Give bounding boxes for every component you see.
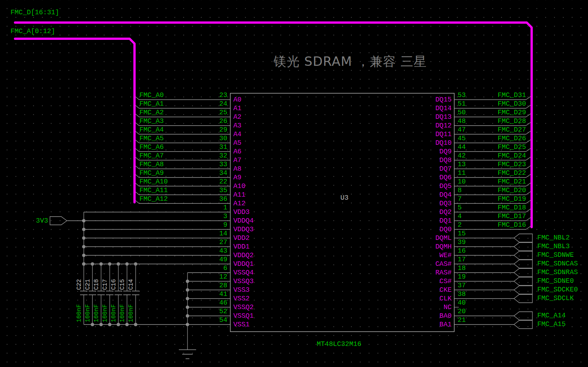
net-label[interactable]: FMC_D25	[473, 144, 526, 150]
port-label[interactable]: FMC_A15	[537, 321, 566, 328]
bus-entry[interactable]	[526, 217, 531, 221]
port-label[interactable]: FMC_NBL2	[537, 234, 570, 241]
net-label[interactable]: FMC_D26	[473, 135, 526, 142]
global-port[interactable]	[514, 277, 532, 285]
pin-name: A9	[233, 174, 242, 181]
port-label[interactable]: FMC_SDNCAS	[537, 260, 578, 267]
bus-entry[interactable]	[526, 105, 531, 108]
net-label[interactable]: FMC_A9	[139, 170, 164, 176]
bus-entry[interactable]	[526, 122, 531, 126]
bus-entry[interactable]	[526, 183, 531, 186]
capacitor-designator[interactable]: C17	[102, 279, 109, 290]
port-label[interactable]: FMC_A14	[537, 312, 566, 319]
net-label[interactable]: FMC_A5	[139, 135, 164, 142]
pin-number: 20	[458, 308, 466, 315]
net-label[interactable]: FMC_D23	[473, 161, 526, 168]
net-label[interactable]: FMC_D22	[473, 170, 526, 176]
pin-name: VDD2	[233, 235, 249, 241]
pin-number: 22	[188, 178, 227, 185]
pin-name: VSS3	[233, 287, 249, 293]
net-label[interactable]: FMC_A2	[139, 109, 164, 116]
net-label[interactable]: FMC_D21	[473, 178, 526, 185]
bus-fmc-a[interactable]	[15, 39, 135, 202]
bus-entry[interactable]	[526, 157, 531, 160]
capacitor-value[interactable]: 100nF	[93, 304, 100, 322]
net-label[interactable]: FMC_D27	[473, 126, 526, 133]
junction-dot	[82, 237, 86, 240]
bus-entry[interactable]	[526, 131, 531, 134]
bus-entry[interactable]	[526, 140, 531, 143]
capacitor-value[interactable]: 100nF	[76, 304, 83, 322]
global-port[interactable]	[514, 320, 532, 329]
net-label[interactable]: FMC_A11	[139, 187, 168, 194]
global-port[interactable]	[514, 294, 532, 303]
bus-entry[interactable]	[526, 226, 531, 229]
global-port[interactable]	[514, 243, 532, 251]
junction-dot	[134, 323, 138, 326]
capacitor-value[interactable]: 100nF	[102, 304, 109, 322]
bus-entry[interactable]	[526, 191, 531, 195]
net-label[interactable]: FMC_D16	[473, 221, 526, 228]
capacitor-designator[interactable]: C21	[85, 279, 91, 290]
pin-name: BA1	[413, 321, 452, 328]
port-label[interactable]: FMC_NBL3	[537, 243, 570, 250]
net-label[interactable]: FMC_D31	[473, 92, 526, 99]
global-port[interactable]	[514, 251, 532, 259]
net-label[interactable]: FMC_D24	[473, 152, 526, 159]
capacitor-designator[interactable]: C18	[93, 279, 100, 290]
capacitor-designator[interactable]: C14	[128, 279, 135, 290]
pin-name: BA0	[413, 312, 452, 319]
pin-name: DQ2	[413, 209, 452, 215]
junction-dot	[134, 262, 138, 266]
capacitor-designator[interactable]: C22	[76, 279, 83, 290]
bus-entry[interactable]	[526, 165, 531, 169]
bus-entry[interactable]	[526, 200, 531, 203]
bus-label-fmc-a[interactable]: FMC_A[0:12]	[11, 28, 55, 35]
port-label[interactable]: FMC_SDCLK	[537, 295, 574, 302]
net-label[interactable]: FMC_D28	[473, 118, 526, 124]
port-label[interactable]: FMC_SDNRAS	[537, 269, 578, 276]
capacitor-designator[interactable]: C15	[119, 279, 126, 290]
net-label[interactable]: FMC_A4	[139, 126, 164, 133]
bus-entry[interactable]	[526, 96, 531, 100]
net-label[interactable]: FMC_A12	[139, 196, 168, 202]
net-label[interactable]: FMC_D20	[473, 187, 526, 194]
power-net-label[interactable]: 3V3	[23, 217, 48, 224]
capacitor-designator[interactable]: C16	[110, 279, 117, 290]
net-label[interactable]: FMC_D29	[473, 109, 526, 116]
junction-dot	[82, 262, 86, 266]
schematic-note-title[interactable]: 镁光 SDRAM ，兼容 三星	[274, 53, 427, 70]
net-label[interactable]: FMC_D17	[473, 213, 526, 220]
pin-number: 43	[188, 247, 227, 254]
global-port[interactable]	[514, 312, 532, 320]
global-port[interactable]	[514, 286, 532, 294]
chip-designator[interactable]: U3	[340, 194, 349, 201]
net-label[interactable]: FMC_D30	[473, 100, 526, 107]
capacitor-value[interactable]: 100nF	[110, 304, 117, 322]
power-port[interactable]	[50, 217, 67, 225]
capacitor-value[interactable]: 100nF	[119, 304, 126, 322]
net-label[interactable]: FMC_A0	[139, 92, 164, 99]
net-label[interactable]: FMC_A10	[139, 178, 168, 185]
net-label[interactable]: FMC_A6	[139, 144, 164, 150]
bus-entry[interactable]	[526, 114, 531, 117]
capacitor-value[interactable]: 100nF	[128, 304, 135, 322]
capacitor-value[interactable]: 100nF	[85, 304, 91, 322]
net-label[interactable]: FMC_A8	[139, 161, 164, 168]
bus-entry[interactable]	[526, 174, 531, 177]
bus-entry[interactable]	[526, 148, 531, 152]
port-label[interactable]: FMC_SDNE0	[537, 278, 574, 284]
net-label[interactable]: FMC_D19	[473, 196, 526, 202]
port-label[interactable]: FMC_SDNWE	[537, 252, 574, 258]
net-label[interactable]: FMC_A1	[139, 100, 164, 107]
port-label[interactable]: FMC_SDCKE0	[537, 286, 578, 293]
net-label[interactable]: FMC_D18	[473, 204, 526, 211]
net-label[interactable]: FMC_A7	[139, 152, 164, 159]
chip-part-number[interactable]: MT48LC32M16	[317, 341, 361, 347]
net-label[interactable]: FMC_A3	[139, 118, 164, 124]
global-port[interactable]	[514, 234, 532, 242]
global-port[interactable]	[514, 268, 532, 277]
global-port[interactable]	[514, 260, 532, 268]
bus-label-fmc-d[interactable]: FMC_D[16:31]	[11, 9, 59, 16]
bus-entry[interactable]	[526, 209, 531, 212]
